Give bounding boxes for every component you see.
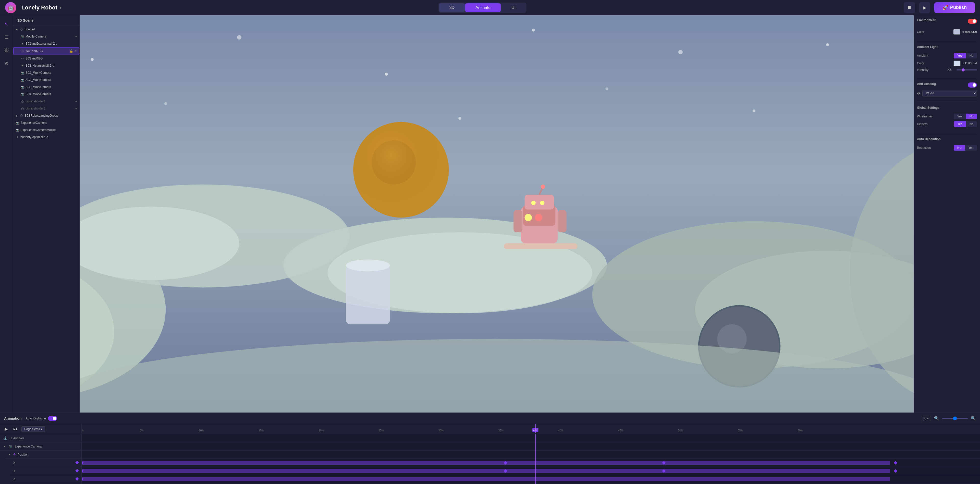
intensity-slider[interactable] <box>956 69 977 70</box>
tab-3d[interactable]: 3D <box>439 3 465 12</box>
camera-icon-experience: 📷 <box>15 121 19 125</box>
animation-label-z[interactable]: Z <box>10 475 81 483</box>
title-chevron-icon[interactable]: ▾ <box>59 6 61 10</box>
publish-icon: 🚀 <box>942 5 948 11</box>
aa-select[interactable]: MSAA FXAA None <box>922 90 977 97</box>
scene-item-sc1and2stars[interactable]: ✦ SC1and2starssmall-2-c <box>13 40 80 47</box>
project-name: Lonely Robot <box>21 4 57 11</box>
play-button[interactable]: ▶ <box>3 426 9 432</box>
keyframe-add-y[interactable] <box>76 469 78 473</box>
play-preview-button[interactable]: ▶ <box>919 2 930 13</box>
sidebar-icon-pointer[interactable]: ↖ <box>2 19 11 29</box>
timeline-track-ui-anchors[interactable] <box>82 434 980 443</box>
percent-label: % <box>923 417 926 420</box>
scene-item-uiplaceholder1[interactable]: ◎ uiplaceholder1 ⇥ <box>13 98 80 105</box>
animation-controls: ▶ ⏮ Page Scroll ▾ <box>0 424 81 434</box>
anim-track-label-y: Y <box>13 469 15 473</box>
track-bar-y <box>82 469 890 473</box>
scene-item-mobile-camera[interactable]: 📷 Mobile Camera ⇥ <box>13 33 80 40</box>
scene-item-scene4[interactable]: ▶ ⬡ Scene4 <box>13 26 80 33</box>
svg-point-1 <box>91 58 94 61</box>
animation-label-y[interactable]: Y <box>10 467 81 475</box>
expand-icon-sc3robot: ▶ <box>15 114 18 117</box>
environment-toggle[interactable] <box>968 19 977 24</box>
aa-toggle[interactable] <box>968 83 977 88</box>
zoom-in-icon[interactable]: 🔍 <box>971 416 976 421</box>
keyframe-add-x[interactable] <box>76 461 78 465</box>
skip-back-button[interactable]: ⏮ <box>12 426 18 432</box>
ambient-light-section: Ambient Light Ambient Yes No Color # D1D… <box>917 45 977 74</box>
scene-item-sc2-workcamera[interactable]: 📷 SC2_WorkCamera <box>13 76 80 83</box>
animation-label-ui-anchors[interactable]: ⚓ UI Anchors <box>0 434 81 443</box>
app-logo[interactable]: 🤖 <box>5 2 16 13</box>
publish-button[interactable]: 🚀 Publish <box>934 2 975 13</box>
divider-ambient <box>917 41 977 41</box>
animation-label-position[interactable]: ▼ ✛ Position <box>5 451 81 459</box>
zoom-slider[interactable] <box>942 418 968 419</box>
viewport-canvas <box>80 15 914 412</box>
scene-item-sc1and2bg[interactable]: ▭ SC1and2BG 🔒 👁 <box>13 47 80 55</box>
tab-ui[interactable]: UI <box>501 3 526 12</box>
scene-item-label-sc1bg: SC1and2BG <box>26 49 43 53</box>
page-scroll-label: Page Scroll <box>24 427 40 431</box>
ambient-color-label: Color <box>917 62 924 65</box>
animation-label-experience-camera[interactable]: ▼ 📷 Experience Camera <box>0 443 81 451</box>
zoom-out-icon[interactable]: 🔍 <box>934 416 939 421</box>
timeline-track-exp-camera[interactable] <box>82 443 980 451</box>
svg-point-10 <box>605 87 608 90</box>
scene-item-butterfly[interactable]: ✦ butterfly-optimised-c <box>13 134 80 141</box>
viewport[interactable] <box>80 15 914 412</box>
topbar: 🤖 Lonely Robot ▾ 3D Animate UI ⏹ ▶ 🚀 Pub… <box>0 0 980 15</box>
helpers-yes-btn[interactable]: Yes <box>954 121 966 127</box>
svg-point-11 <box>752 110 756 113</box>
auto-keyframe-toggle[interactable] <box>48 416 57 421</box>
svg-rect-31 <box>514 210 522 232</box>
ambient-yes-btn[interactable]: Yes <box>954 53 966 59</box>
scene-item-sc3and4bg[interactable]: ▭ SC3and4BG <box>13 55 80 62</box>
anim-track-label-ui-anchors: UI Anchors <box>10 436 24 440</box>
reduction-no-btn[interactable]: No <box>954 145 965 151</box>
keyframe-x-3[interactable] <box>894 461 897 464</box>
sidebar-icon-image[interactable]: 🖼 <box>2 46 11 55</box>
sidebar-icon-settings[interactable]: ⚙ <box>2 59 11 68</box>
env-color-swatch[interactable] <box>953 29 960 35</box>
item-actions-uiplaceholder2: ⇥ <box>75 107 77 110</box>
auto-keyframe-container: Auto Keyframe <box>25 416 57 421</box>
animation-label-x[interactable]: X <box>10 459 81 467</box>
group-icon-scene4: ⬡ <box>19 27 24 32</box>
animation-labels: ▶ ⏮ Page Scroll ▾ ⚓ UI Anchors ▼ 📷 Exper… <box>0 424 82 484</box>
wireframes-no-btn[interactable]: No <box>966 114 977 119</box>
reduction-yes-btn[interactable]: Yes <box>965 145 977 151</box>
record-button[interactable]: ⏹ <box>904 2 915 13</box>
percent-selector[interactable]: % ▾ <box>921 416 931 421</box>
helpers-no-btn[interactable]: No <box>966 121 977 127</box>
timeline-track-x[interactable] <box>82 459 980 467</box>
scene-item-sc3-workcamera[interactable]: 📷 SC3_WorkCamera <box>13 83 80 91</box>
timeline-track-y[interactable] <box>82 467 980 475</box>
scene-item-uiplaceholder2[interactable]: ◎ uiplaceholder2 ⇥ <box>13 105 80 112</box>
ruler-mark-0: 0% <box>82 429 83 432</box>
animation-header: Animation Auto Keyframe % ▾ 🔍 🔍 <box>0 413 980 424</box>
timeline-track-position[interactable] <box>82 451 980 459</box>
animation-content: ▶ ⏮ Page Scroll ▾ ⚓ UI Anchors ▼ 📷 Exper… <box>0 424 980 484</box>
page-scroll-selector[interactable]: Page Scroll ▾ <box>21 426 45 432</box>
scene-item-experiencecamera[interactable]: 📷 ExperienceCamera <box>13 119 80 126</box>
svg-rect-33 <box>346 266 390 325</box>
ambient-color-swatch[interactable] <box>953 61 961 66</box>
scene-item-experiencecameramobile[interactable]: 📷 ExperienceCameraMobile <box>13 126 80 134</box>
keyframe-add-z[interactable] <box>76 477 78 481</box>
timeline-track-z[interactable] <box>82 475 980 483</box>
ambient-no-btn[interactable]: No <box>966 53 977 59</box>
tab-animate[interactable]: Animate <box>465 3 501 12</box>
keyframe-y-3[interactable] <box>894 469 897 473</box>
scene-item-sc3robot[interactable]: ▶ ⬡ SC3RobotLandingGroup <box>13 112 80 119</box>
scene-item-sc4-workcamera[interactable]: 📷 SC4_WorkCamera <box>13 91 80 98</box>
scene-item-sc3stars[interactable]: ✦ SC3_4starssmall-2-c <box>13 62 80 69</box>
wireframes-yes-btn[interactable]: Yes <box>954 114 966 119</box>
scene-item-sc1-workcamera[interactable]: 📷 SC1_WorkCamera <box>13 69 80 76</box>
timeline-ruler[interactable]: 0% 5% 10% 15% 20% 25% 30% 35% 379 40% 45… <box>82 424 980 434</box>
sidebar-icon-layers[interactable]: ☰ <box>2 33 11 42</box>
svg-point-27 <box>531 201 535 205</box>
scene-item-label-mobile-camera: Mobile Camera <box>25 35 46 38</box>
intensity-slider-container: 2.5 <box>947 68 977 72</box>
